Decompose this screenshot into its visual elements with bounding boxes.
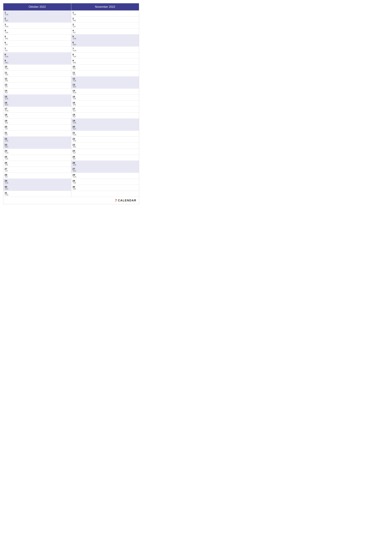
day-name: PON bbox=[5, 68, 9, 70]
day-number: 21 bbox=[72, 131, 77, 134]
day-name: SOB bbox=[5, 56, 9, 58]
day-number: 8 bbox=[5, 53, 9, 56]
day-info: 30 NED bbox=[5, 186, 9, 190]
day-number: 20 bbox=[72, 125, 77, 128]
day-info: 29 TOR bbox=[72, 180, 77, 184]
day-row: 5 SRE bbox=[3, 35, 71, 41]
day-row: 16 SRE bbox=[71, 101, 139, 107]
day-row: 5 SOB bbox=[71, 35, 139, 41]
day-row: 3 PON bbox=[3, 22, 71, 29]
day-number: 9 bbox=[5, 59, 9, 62]
day-number: 29 bbox=[72, 180, 77, 182]
day-row: 27 ČET bbox=[3, 167, 71, 173]
day-row: 17 PON bbox=[3, 107, 71, 113]
day-name: SRE bbox=[5, 80, 9, 82]
day-name: SOB bbox=[73, 80, 77, 82]
day-info: 4 PET bbox=[72, 29, 77, 34]
day-row: 14 PET bbox=[3, 89, 71, 95]
day-number: 3 bbox=[72, 23, 77, 26]
day-name: NED bbox=[73, 170, 77, 172]
day-name: PON bbox=[73, 176, 77, 178]
day-number: 19 bbox=[5, 119, 9, 122]
day-number: 6 bbox=[72, 41, 77, 44]
day-name: PET bbox=[73, 74, 77, 76]
logo-text: CALENDAR bbox=[118, 199, 136, 202]
day-row: 24 ČET bbox=[71, 149, 139, 155]
day-row: 4 PET bbox=[71, 29, 139, 35]
day-info: 17 PON bbox=[5, 107, 9, 112]
day-name: TOR bbox=[73, 56, 77, 58]
day-name: SOB bbox=[73, 38, 77, 40]
day-name: SRE bbox=[73, 62, 77, 64]
day-name: TOR bbox=[73, 140, 77, 142]
day-number: 9 bbox=[72, 59, 77, 62]
day-number: 22 bbox=[5, 138, 9, 140]
day-number: 7 bbox=[5, 47, 9, 50]
day-info: 20 NED bbox=[72, 125, 77, 130]
day-row: 27 NED bbox=[71, 167, 139, 173]
day-name: TOR bbox=[73, 98, 77, 100]
day-number: 23 bbox=[5, 144, 9, 146]
day-info: 9 SRE bbox=[72, 59, 77, 64]
day-number: 13 bbox=[72, 83, 77, 86]
day-number: 15 bbox=[72, 95, 77, 98]
day-info: 30 SRE bbox=[72, 186, 77, 190]
november-header: November 2022 bbox=[71, 3, 139, 10]
day-number: 17 bbox=[5, 107, 9, 110]
day-row: 11 TOR bbox=[3, 71, 71, 77]
day-row: 12 SRE bbox=[3, 77, 71, 83]
day-row: 18 TOR bbox=[3, 113, 71, 119]
day-number: 23 bbox=[72, 144, 77, 146]
day-number: 25 bbox=[5, 155, 9, 158]
day-info: 18 TOR bbox=[5, 113, 9, 118]
day-name: TOR bbox=[73, 14, 77, 15]
day-info: 10 ČET bbox=[72, 65, 77, 70]
day-name: SRE bbox=[73, 104, 77, 106]
day-info: 5 SRE bbox=[5, 35, 9, 40]
day-row: 28 PON bbox=[71, 173, 139, 179]
day-row: 17 ČET bbox=[71, 107, 139, 113]
day-row: 29 TOR bbox=[71, 179, 139, 185]
day-info: 13 NED bbox=[72, 83, 77, 88]
day-number: 10 bbox=[5, 65, 9, 68]
day-number: 14 bbox=[5, 89, 9, 92]
day-info: 25 PET bbox=[72, 155, 77, 160]
day-info: 8 TOR bbox=[72, 53, 77, 58]
day-info: 15 SOB bbox=[5, 95, 9, 100]
day-info: 1 SOB bbox=[5, 11, 9, 15]
day-number: 2 bbox=[72, 17, 77, 20]
day-number: 1 bbox=[72, 11, 77, 14]
day-number: 30 bbox=[5, 186, 9, 188]
november-col: 1 TOR 2 SRE 3 ČET 4 PET 5 SOB 6 NED 7 PO… bbox=[71, 10, 139, 197]
day-info: 5 SOB bbox=[72, 35, 77, 40]
day-row: 19 SRE bbox=[3, 119, 71, 125]
day-info: 26 SOB bbox=[72, 161, 77, 166]
logo-area: 7 CALENDAR bbox=[115, 198, 136, 203]
day-row: 20 NED bbox=[71, 125, 139, 131]
day-name: PON bbox=[73, 50, 77, 51]
day-number: 5 bbox=[5, 35, 9, 38]
day-number: 25 bbox=[72, 155, 77, 158]
day-name: NED bbox=[5, 62, 9, 64]
day-row: 6 NED bbox=[71, 41, 139, 46]
day-name: ČET bbox=[5, 44, 9, 45]
footer-row: 7 CALENDAR bbox=[3, 197, 139, 204]
day-info: 22 SOB bbox=[5, 138, 9, 142]
day-name: TOR bbox=[73, 182, 77, 184]
day-number: 11 bbox=[5, 71, 9, 74]
day-name: PON bbox=[5, 26, 9, 28]
day-row: 21 PON bbox=[71, 131, 139, 137]
day-name: PON bbox=[73, 92, 77, 94]
day-info: 28 PON bbox=[72, 174, 77, 178]
day-name: TOR bbox=[5, 74, 9, 76]
day-row: 13 ČET bbox=[3, 83, 71, 89]
day-info: 6 NED bbox=[72, 41, 77, 45]
day-name: SRE bbox=[5, 164, 9, 166]
day-row: 31 PON bbox=[3, 191, 71, 197]
day-name: PON bbox=[73, 134, 77, 136]
day-number: 21 bbox=[5, 131, 9, 134]
days-grid: 1 SOB 2 NED 3 PON 4 TOR 5 SRE 6 ČET 7 PE… bbox=[3, 10, 139, 197]
day-row: 4 TOR bbox=[3, 29, 71, 35]
day-number: 16 bbox=[72, 102, 77, 104]
day-info: 23 NED bbox=[5, 144, 9, 148]
